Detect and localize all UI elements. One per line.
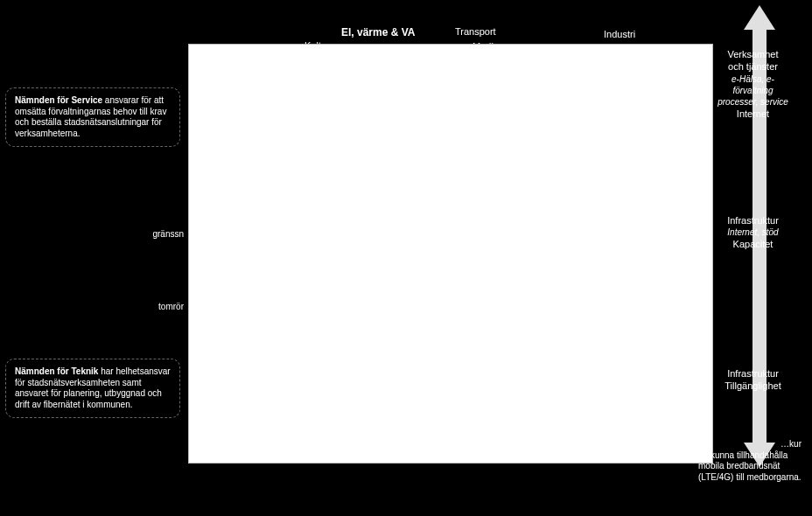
rc3-a: Infrastruktur [711, 367, 794, 380]
note-teknik: Nämnden för Teknik har helhetsansvar för… [5, 359, 180, 418]
note-service-title: Nämnden för Service [15, 95, 102, 105]
right-group-infra-tillg: Infrastruktur Tillgänglighet [711, 367, 794, 393]
label-transport: Transport [455, 26, 496, 37]
left-fragment-tomror: tomrör [0, 302, 184, 312]
rc2-a: Infrastruktur [711, 214, 794, 227]
rc1-c: e-Hälsa, e-förvaltning [711, 73, 794, 96]
label-industri: Industri [604, 29, 635, 39]
main-canvas [188, 44, 713, 464]
rc1-b: och tjänster [711, 60, 794, 73]
rc1-e: Internet [711, 108, 794, 120]
right-group-verksamhet: Verksamhet och tjänster e-Hälsa, e-förva… [711, 48, 794, 120]
rb-b: att kunna tillhandahålla mobila bredband… [698, 450, 802, 484]
label-el: El, värme & VA [341, 26, 415, 38]
rc2-c: Kapacitet [711, 238, 794, 250]
note-mobile-broadband: …kur att kunna tillhandahålla mobila bre… [693, 436, 807, 486]
rc1-a: Verksamhet [711, 48, 794, 60]
note-service: Nämnden för Service ansvarar för att oms… [5, 87, 180, 147]
right-group-infra-stod: Infrastruktur Internet, stöd Kapacitet [711, 214, 794, 251]
rc1-d: processer, service [711, 96, 794, 108]
rc3-b: Tillgänglighet [711, 380, 794, 392]
rc2-b: Internet, stöd [711, 227, 794, 238]
left-fragment-granssn: gränssn [0, 229, 184, 240]
note-teknik-title: Nämnden för Teknik [15, 366, 98, 376]
rb-a: …kur [698, 439, 802, 450]
